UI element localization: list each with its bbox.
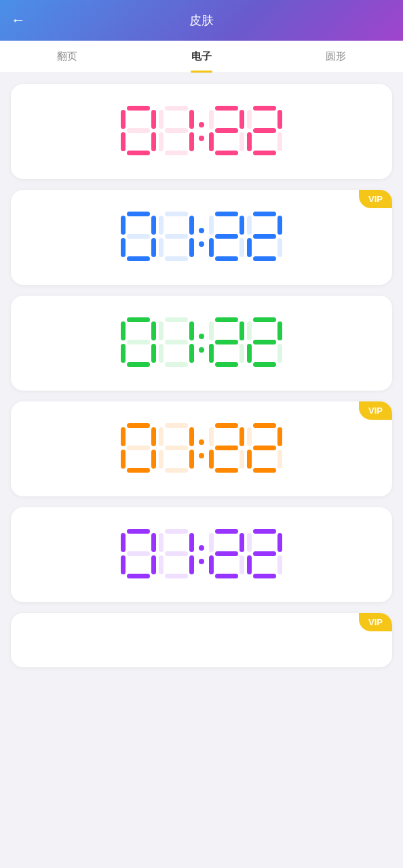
clock-card-orange[interactable]: VIP [11,401,392,496]
clock-card-green[interactable] [11,296,392,391]
clock-display-purple [121,529,282,580]
clock-display-orange [121,423,282,475]
clock-card-blue[interactable]: VIP [11,190,392,285]
content-area: VIP [0,73,403,678]
tab-elec[interactable]: 电子 [134,41,269,73]
clock-card-pink[interactable] [11,84,392,179]
back-button[interactable]: ← [11,12,26,29]
vip-badge-orange: VIP [359,401,392,420]
page-title: 皮肤 [189,12,214,28]
clock-display-pink [121,106,282,157]
clock-display-blue [121,212,282,263]
tab-fan[interactable]: 翻页 [0,41,134,73]
clock-display-green [121,317,282,369]
tab-circle[interactable]: 圆形 [269,41,403,73]
tab-bar: 翻页 电子 圆形 [0,41,403,73]
clock-card-partial[interactable]: VIP [11,613,392,667]
clock-card-purple[interactable] [11,507,392,602]
vip-badge-partial: VIP [359,613,392,631]
header: ← 皮肤 [0,0,403,41]
vip-badge: VIP [359,190,392,208]
